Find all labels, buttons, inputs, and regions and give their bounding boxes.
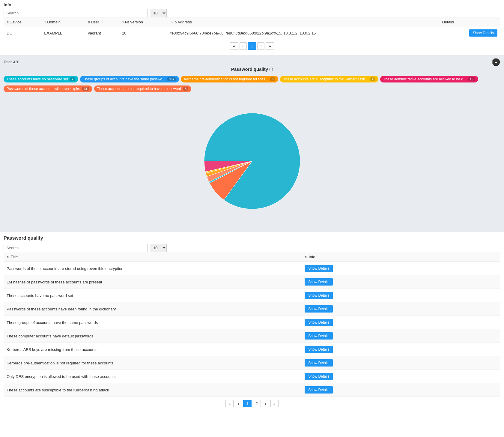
info-page-prev2[interactable]: «	[230, 42, 238, 50]
cell-pq-info-8: Show Details	[302, 370, 500, 383]
cell-pq-title-2: These accounts have no password set	[4, 289, 302, 302]
password-quality-chart-section: Total: 420 ▶ Password quality ⓘ These ac…	[0, 55, 504, 232]
password-quality-table-section: Password quality 10 25 50 100 ⇅ Title ⇅ …	[0, 232, 504, 414]
pq-page-next2[interactable]: »	[270, 400, 279, 407]
table-row: Kerberos AES keys are missing from these…	[4, 343, 500, 356]
cell-pq-info-7: Show Details	[302, 356, 500, 370]
cell-pq-title-1: LM hashes of passwords of these accounts…	[4, 275, 302, 289]
col-title: ⇅ Title	[4, 252, 302, 262]
info-search-row: 10 25 50 100	[4, 9, 500, 17]
cell-pq-info-2: Show Details	[302, 289, 500, 302]
show-details-button-pq-6[interactable]: Show Details	[305, 346, 333, 353]
badge-same-password[interactable]: These groups of accounts have the same p…	[80, 76, 179, 82]
col-ip-address: ⇅Ip Address	[167, 17, 439, 27]
pq-per-page-select[interactable]: 10 25 50 100	[150, 244, 167, 252]
table-row: Only DES encryption is allowed to be use…	[4, 370, 500, 383]
show-details-button-pq-8[interactable]: Show Details	[305, 373, 333, 380]
col-info: ⇅ Info	[302, 252, 500, 262]
pq-total: Total: 420	[4, 60, 500, 64]
cell-pq-title-7: Kerberos pre-authentication is not requi…	[4, 356, 302, 370]
show-details-button-pq-0[interactable]: Show Details	[305, 265, 333, 272]
info-search-input[interactable]	[4, 9, 148, 17]
info-per-page-select[interactable]: 10 25 50 100	[150, 9, 167, 17]
info-page-prev[interactable]: ‹	[240, 42, 247, 50]
info-icon: ⓘ	[269, 67, 273, 72]
col-domain: ⇅Domain	[41, 17, 85, 27]
cell-pq-title-9: These accounts are susceptible to the Ke…	[4, 383, 302, 397]
show-details-button-pq-5[interactable]: Show Details	[305, 332, 333, 340]
pq-page-prev2[interactable]: «	[225, 400, 234, 407]
show-details-button-pq-4[interactable]: Show Details	[305, 319, 333, 326]
cell-details: Show Details	[439, 27, 500, 39]
pq-page-next[interactable]: ›	[262, 400, 269, 407]
pq-search-row: 10 25 50 100	[4, 244, 500, 252]
cell-pq-info-3: Show Details	[302, 302, 500, 316]
table-row: LM hashes of passwords of these accounts…	[4, 275, 500, 289]
badge-kerberoasting[interactable]: These accounts are susceptible to the Ke…	[280, 76, 378, 82]
show-details-button-pq-2[interactable]: Show Details	[305, 292, 333, 299]
cell-pq-info-9: Show Details	[302, 383, 500, 397]
pq-badges-row1: These accounts have no password set 2 Th…	[4, 76, 500, 82]
sort-icon-title: ⇅	[7, 256, 9, 259]
sort-icon-nt-version: ⇅	[122, 21, 124, 24]
cell-pq-info-6: Show Details	[302, 343, 500, 356]
cell-user: vagrant	[85, 27, 119, 39]
pq-pagination: « ‹ 1 2 › »	[4, 397, 500, 410]
col-device: ⇅Device	[4, 17, 41, 27]
badge-no-password-required[interactable]: These accounts are not required to have …	[94, 85, 191, 92]
cell-pq-info-1: Show Details	[302, 275, 500, 289]
col-user: ⇅User	[85, 17, 119, 27]
sort-icon-ip: ⇅	[170, 21, 173, 24]
table-row: These accounts are susceptible to the Ke…	[4, 383, 500, 397]
col-nt-version: ⇅Nt Version	[119, 17, 167, 27]
cell-pq-title-0: Passwords of these accounts are stored u…	[4, 262, 302, 275]
info-page-next2[interactable]: »	[266, 42, 274, 50]
sort-icon-user: ⇅	[88, 21, 90, 24]
cell-pq-info-0: Show Details	[302, 262, 500, 275]
cell-pq-title-4: These groups of accounts have the same p…	[4, 316, 302, 329]
show-details-button-0[interactable]: Show Details	[469, 29, 497, 37]
col-details: Details	[439, 17, 500, 27]
cell-pq-info-5: Show Details	[302, 329, 500, 343]
sort-icon-info: ⇅	[305, 256, 307, 259]
pq-table: ⇅ Title ⇅ Info Passwords of these accoun…	[4, 252, 500, 397]
info-page-1[interactable]: 1	[248, 42, 256, 50]
cell-pq-title-5: These computer accounts have default pas…	[4, 329, 302, 343]
badge-no-password[interactable]: These accounts have no password set 2	[4, 76, 78, 82]
cell-domain: EXAMPLE	[41, 27, 85, 39]
play-button[interactable]: ▶	[492, 58, 500, 66]
table-row: Kerberos pre-authentication is not requi…	[4, 356, 500, 370]
badge-admin-allowed[interactable]: These administrative accounts are allowe…	[380, 76, 478, 82]
info-table: ⇅Device ⇅Domain ⇅User ⇅Nt Version ⇅Ip Ad…	[4, 17, 500, 39]
pq-badges-row2: Passwords of these accounts will never e…	[4, 85, 500, 92]
cell-pq-info-4: Show Details	[302, 316, 500, 329]
pie-chart-svg	[192, 101, 312, 221]
cell-pq-title-6: Kerberos AES keys are missing from these…	[4, 343, 302, 356]
badge-never-expire[interactable]: Passwords of these accounts will never e…	[4, 85, 92, 92]
pq-page-2[interactable]: 2	[253, 400, 261, 407]
pie-chart-container	[4, 95, 500, 227]
password-quality-table-title: Password quality	[4, 235, 500, 241]
table-row: Passwords of these accounts have been fo…	[4, 302, 500, 316]
cell-nt-version: 10	[119, 27, 167, 39]
pq-search-input[interactable]	[4, 244, 148, 252]
info-page-next[interactable]: ›	[257, 42, 264, 50]
sort-icon-device: ⇅	[7, 21, 9, 24]
info-pagination: « ‹ 1 › »	[4, 39, 500, 53]
badge-kerberos-preauth[interactable]: Kerberos pre-authentication is not requi…	[181, 76, 278, 82]
cell-pq-title-8: Only DES encryption is allowed to be use…	[4, 370, 302, 383]
info-table-header-row: ⇅Device ⇅Domain ⇅User ⇅Nt Version ⇅Ip Ad…	[4, 17, 500, 27]
pq-page-prev[interactable]: ‹	[235, 400, 242, 407]
pq-page-1[interactable]: 1	[243, 400, 251, 407]
table-row: These accounts have no password set Show…	[4, 289, 500, 302]
table-row: Passwords of these accounts are stored u…	[4, 262, 500, 275]
show-details-button-pq-3[interactable]: Show Details	[305, 305, 333, 313]
show-details-button-pq-7[interactable]: Show Details	[305, 359, 333, 367]
info-section: Info 10 25 50 100 ⇅Device ⇅Domain ⇅User …	[0, 0, 504, 55]
cell-ip-address: fe80::94c9:5666:734e:e7ba%8, fe80::8d8e:…	[167, 27, 439, 39]
pq-table-header-row: ⇅ Title ⇅ Info	[4, 252, 500, 262]
show-details-button-pq-1[interactable]: Show Details	[305, 278, 333, 286]
sort-icon-domain: ⇅	[44, 21, 46, 24]
show-details-button-pq-9[interactable]: Show Details	[305, 386, 333, 394]
table-row: DC EXAMPLE vagrant 10 fe80::94c9:5666:73…	[4, 27, 500, 39]
